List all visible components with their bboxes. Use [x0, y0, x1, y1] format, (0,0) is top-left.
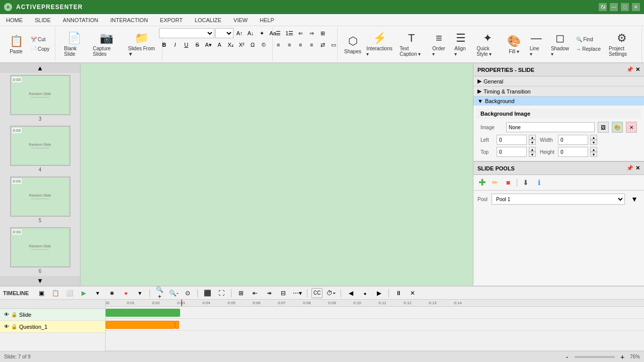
timeline-slide-btn[interactable]: 📋: [50, 288, 61, 298]
menu-view[interactable]: VIEW: [227, 14, 254, 26]
underline-button[interactable]: U: [181, 40, 191, 50]
numbering-button[interactable]: 1☰: [284, 28, 294, 38]
move-right-btn[interactable]: ↠: [264, 288, 275, 298]
image-clear-button[interactable]: ✕: [626, 122, 637, 133]
q-lock-icon[interactable]: 🔒: [11, 324, 17, 329]
increase-font-button[interactable]: A↑: [234, 28, 245, 38]
width-down-button[interactable]: ▼: [590, 140, 597, 145]
shadow-button[interactable]: ◻ Shadow ▾: [548, 30, 572, 59]
subscript-button[interactable]: X₂: [225, 40, 235, 50]
minimize-button[interactable]: —: [610, 3, 618, 11]
slide-lock-icon[interactable]: 🔒: [11, 312, 17, 317]
italic-button[interactable]: I: [170, 40, 180, 50]
clear-format-button[interactable]: ✦: [257, 28, 267, 38]
timeline-rec-drop-btn[interactable]: ▾: [134, 288, 145, 298]
prev-btn[interactable]: ◀: [345, 288, 356, 298]
highlight-button[interactable]: A▾: [203, 40, 213, 50]
delete-pool-button[interactable]: ■: [503, 177, 514, 188]
strikethrough-button[interactable]: S: [192, 40, 202, 50]
menu-export[interactable]: EXPORT: [154, 14, 189, 26]
increase-indent-button[interactable]: ⇒: [306, 28, 316, 38]
left-up-button[interactable]: ▲: [529, 135, 536, 140]
left-down-button[interactable]: ▼: [529, 140, 536, 145]
paste-button[interactable]: 📋 Paste: [5, 30, 27, 59]
properties-close-button[interactable]: ✕: [635, 66, 640, 73]
replace-button[interactable]: ↔ Replace: [574, 45, 603, 53]
timeline-record-btn2[interactable]: ●: [120, 288, 131, 298]
zoom-in-status-btn[interactable]: +: [617, 352, 628, 362]
align-center-button[interactable]: ≡: [284, 40, 294, 50]
properties-pin-button[interactable]: 📌: [626, 66, 633, 73]
slide-visibility-icon[interactable]: 👁: [4, 312, 9, 317]
font-family-select[interactable]: [159, 28, 214, 38]
timeline-play-drop-btn[interactable]: ▾: [92, 288, 103, 298]
height-up-button[interactable]: ▲: [590, 147, 597, 152]
edit-pool-button[interactable]: ✏: [490, 177, 501, 188]
menu-slide[interactable]: SLIDE: [29, 14, 57, 26]
blank-slide-button[interactable]: 📄 Blank Slide: [60, 30, 88, 59]
left-input[interactable]: [497, 135, 527, 145]
next-btn[interactable]: ▶: [373, 288, 384, 298]
timing-section-header[interactable]: ▶ Timing & Transition: [473, 86, 644, 96]
slides-from-button[interactable]: 📁 Slides From ▼: [124, 30, 158, 59]
slide-thumb-6[interactable]: 0:03 Random Slide —————— 6: [0, 225, 80, 276]
font-size-select[interactable]: [215, 28, 233, 38]
snap-btn[interactable]: ⊟: [278, 288, 289, 298]
add-pool-button[interactable]: ✚: [476, 177, 488, 188]
info-pool-button[interactable]: ℹ: [533, 177, 544, 188]
slide-thumb-4[interactable]: 0:03 Random Slide —————— 4: [0, 124, 80, 174]
pools-pin-button[interactable]: 📌: [626, 165, 633, 171]
background-section-header[interactable]: ▼ Background: [473, 97, 644, 106]
text-caption-button[interactable]: T Text Caption ▾: [396, 30, 427, 59]
menu-help[interactable]: HELP: [254, 14, 280, 26]
move-left-btn[interactable]: ⇤: [250, 288, 261, 298]
quick-style-button[interactable]: ✦ Quick Style ▾: [473, 30, 502, 59]
top-up-button[interactable]: ▲: [529, 147, 536, 152]
bullets-button[interactable]: ☰: [273, 28, 283, 38]
pool-select[interactable]: Pool 1: [492, 194, 625, 205]
height-input[interactable]: [558, 147, 588, 157]
slide-scroll-down-button[interactable]: ▼: [0, 276, 80, 286]
timeline-select-btn[interactable]: ▣: [36, 288, 47, 298]
zoom-out-btn[interactable]: 🔍-: [168, 288, 179, 298]
pause-btn[interactable]: ⏸: [393, 288, 404, 298]
close-button[interactable]: ✕: [632, 3, 640, 11]
shapes-button[interactable]: ⬡ Shapes: [343, 30, 363, 59]
align-left-button[interactable]: ≡: [273, 40, 283, 50]
timing-btn[interactable]: ⏱▾: [326, 288, 337, 298]
slide-thumb-3[interactable]: 0:03 Random Slide —————— 3: [0, 73, 80, 124]
width-up-button[interactable]: ▲: [590, 135, 597, 140]
decrease-font-button[interactable]: A↓: [246, 28, 256, 38]
align-right-button[interactable]: ≡: [295, 40, 305, 50]
cc-btn[interactable]: CC: [311, 288, 323, 298]
top-input[interactable]: [497, 147, 527, 157]
zoom-out-status-btn[interactable]: -: [561, 352, 573, 362]
playhead[interactable]: [181, 300, 182, 307]
line-button[interactable]: — Line ▾: [526, 30, 546, 59]
interactions-button[interactable]: ⚡ Interactions ▾: [365, 30, 394, 59]
text-box-button[interactable]: ▭: [329, 40, 339, 50]
pool-dropdown-button[interactable]: ▼: [629, 194, 640, 205]
split-btn[interactable]: ⬛: [202, 288, 213, 298]
text-direction-button[interactable]: ⇄: [317, 40, 328, 50]
menu-annotation[interactable]: ANNOTATION: [57, 14, 104, 26]
insert-btn[interactable]: ⊞: [235, 288, 247, 298]
zoom-in-btn[interactable]: 🔍+: [154, 288, 165, 298]
align-button[interactable]: ☰ Align ▾: [451, 30, 471, 59]
special-char-button[interactable]: ©: [259, 40, 269, 50]
tl-close-btn[interactable]: ✕: [407, 288, 418, 298]
timeline-play-btn[interactable]: ▶: [78, 288, 89, 298]
slide-scroll-up-button[interactable]: ▲: [0, 63, 80, 73]
cut-button[interactable]: ✂️ Cut: [28, 35, 52, 44]
download-pool-button[interactable]: ⬇: [520, 177, 531, 188]
copy-button[interactable]: 📄 Copy: [28, 45, 52, 53]
menu-localize[interactable]: LOCALIZE: [189, 14, 227, 26]
order-button[interactable]: ≡ Order ▾: [429, 30, 449, 59]
menu-home[interactable]: HOME: [0, 14, 29, 26]
question-track-bar[interactable]: [106, 321, 175, 329]
height-down-button[interactable]: ▼: [590, 152, 597, 157]
project-settings-button[interactable]: ⚙ Project Settings: [605, 30, 638, 59]
bold-button[interactable]: B: [159, 40, 169, 50]
capture-slides-button[interactable]: 📷 Capture Slides: [90, 30, 124, 59]
timeline-stop-btn[interactable]: ■: [106, 288, 117, 298]
